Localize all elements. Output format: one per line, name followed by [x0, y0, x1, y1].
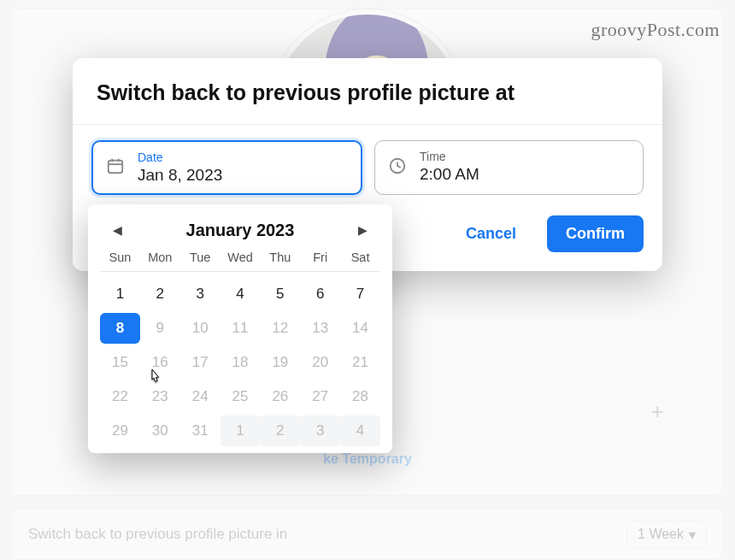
calendar-day[interactable]: 17 — [180, 347, 220, 378]
calendar-day[interactable]: 16 — [140, 347, 180, 378]
calendar-day[interactable]: 4 — [340, 416, 380, 446]
calendar-weekday: Thu — [260, 251, 300, 264]
calendar-day[interactable]: 3 — [300, 416, 340, 446]
date-field-label: Date — [138, 150, 349, 164]
calendar-day[interactable]: 6 — [300, 279, 340, 309]
duration-value: 1 Week — [638, 527, 684, 542]
switch-back-label: Switch back to previous profile picture … — [28, 526, 287, 543]
calendar-day[interactable]: 2 — [260, 416, 300, 446]
calendar-weekday: Sun — [100, 251, 140, 264]
calendar-day[interactable]: 11 — [220, 313, 261, 344]
calendar-day[interactable]: 10 — [180, 313, 220, 344]
calendar-day[interactable]: 8 — [100, 313, 140, 344]
svg-rect-0 — [109, 161, 123, 174]
calendar-day[interactable]: 14 — [340, 313, 380, 344]
calendar-day[interactable]: 2 — [140, 279, 180, 309]
confirm-button[interactable]: Confirm — [547, 215, 644, 252]
calendar-day[interactable]: 21 — [340, 347, 380, 378]
modal-title: Switch back to previous profile picture … — [73, 58, 662, 124]
add-photo-icon: + — [651, 398, 664, 425]
make-temporary-link: ke Temporary — [323, 451, 412, 467]
time-field[interactable]: Time 2:00 AM — [374, 140, 644, 195]
calendar-day[interactable]: 1 — [220, 416, 261, 446]
calendar-day[interactable]: 5 — [260, 279, 300, 309]
calendar-day[interactable]: 15 — [100, 347, 140, 378]
calendar-weekday: Mon — [140, 251, 180, 264]
calendar-day[interactable]: 29 — [100, 416, 140, 446]
calendar-day[interactable]: 22 — [100, 381, 140, 412]
calendar-day[interactable]: 9 — [140, 313, 180, 344]
calendar-day[interactable]: 23 — [140, 381, 180, 412]
calendar-day[interactable]: 24 — [180, 381, 220, 412]
calendar-weekday: Tue — [180, 251, 220, 264]
calendar-day[interactable]: 26 — [260, 381, 300, 412]
calendar-weekdays: SunMonTueWedThuFriSat — [100, 251, 380, 272]
duration-dropdown: 1 Week ▾ — [626, 521, 707, 549]
date-picker: ◀ January 2023 ▶ SunMonTueWedThuFriSat 1… — [88, 204, 392, 453]
date-field[interactable]: Date Jan 8, 2023 — [91, 140, 362, 195]
calendar-day[interactable]: 7 — [340, 279, 380, 309]
caret-down-icon: ▾ — [689, 527, 696, 543]
calendar-day[interactable]: 20 — [300, 347, 340, 378]
calendar-weekday: Wed — [220, 251, 261, 264]
calendar-day[interactable]: 12 — [260, 313, 300, 344]
calendar-day[interactable]: 27 — [300, 381, 340, 412]
calendar-day[interactable]: 28 — [340, 381, 380, 412]
calendar-day[interactable]: 25 — [220, 381, 261, 412]
next-month-button[interactable]: ▶ — [351, 218, 375, 242]
calendar-icon — [106, 156, 125, 179]
date-field-value: Jan 8, 2023 — [138, 166, 349, 185]
calendar-day[interactable]: 13 — [300, 313, 340, 344]
time-field-value: 2:00 AM — [420, 165, 631, 184]
calendar-day[interactable]: 18 — [220, 347, 261, 378]
watermark: groovyPost.com — [591, 19, 720, 41]
switch-back-row: Switch back to previous profile picture … — [10, 509, 725, 560]
clock-icon — [388, 156, 407, 179]
calendar-day[interactable]: 4 — [220, 279, 261, 309]
calendar-month-label: January 2023 — [186, 221, 295, 240]
calendar-day[interactable]: 31 — [180, 416, 220, 446]
calendar-day[interactable]: 19 — [260, 347, 300, 378]
calendar-weekday: Fri — [300, 251, 340, 264]
calendar-day[interactable]: 1 — [100, 279, 140, 309]
calendar-weekday: Sat — [340, 251, 380, 264]
cancel-button[interactable]: Cancel — [447, 215, 535, 252]
calendar-day[interactable]: 3 — [180, 279, 220, 309]
prev-month-button[interactable]: ◀ — [105, 218, 129, 242]
calendar-day[interactable]: 30 — [140, 416, 180, 446]
time-field-label: Time — [420, 150, 631, 163]
